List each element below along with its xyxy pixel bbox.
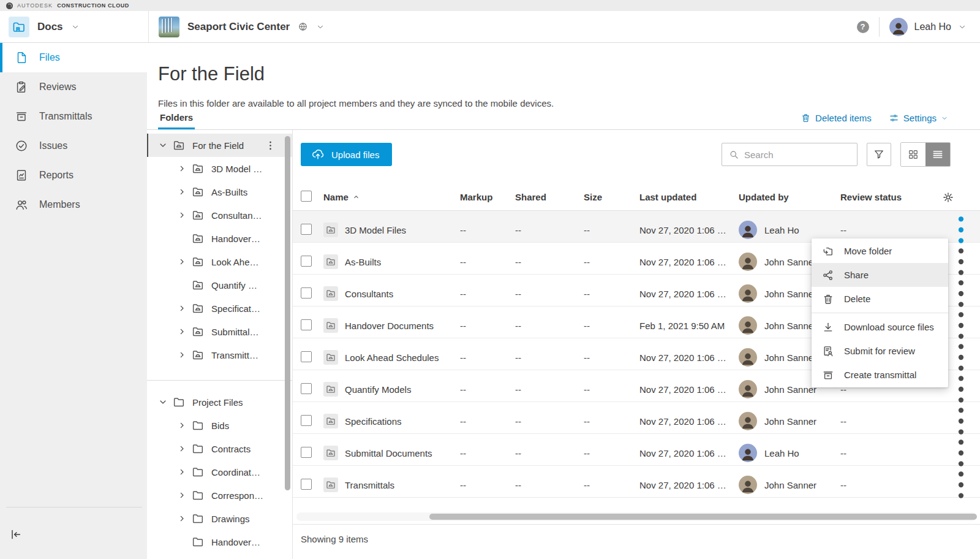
- chevron-right-icon[interactable]: [173, 207, 190, 224]
- chevron-right-icon[interactable]: [173, 346, 190, 363]
- column-settings-gear-icon[interactable]: [942, 191, 954, 203]
- chevron-right-icon[interactable]: [173, 253, 190, 270]
- tree-folder-look-ahe[interactable]: Look Ahe…: [147, 250, 292, 273]
- tree-folder-project-files[interactable]: Project Files: [147, 390, 292, 414]
- tree-folder-drawings[interactable]: Drawings: [147, 507, 292, 530]
- row-checkbox[interactable]: [301, 447, 312, 458]
- row-checkbox[interactable]: [301, 479, 312, 490]
- chevron-right-icon[interactable]: [173, 183, 190, 200]
- delete-icon: [822, 293, 834, 305]
- folder-kebab-icon[interactable]: [265, 140, 276, 151]
- horizontal-scrollbar-thumb[interactable]: [429, 514, 977, 520]
- tree-folder-quantify[interactable]: Quantify …: [147, 273, 292, 297]
- sidebar-item-transmittals[interactable]: Transmittals: [0, 102, 147, 131]
- chevron-down-icon[interactable]: [154, 394, 172, 411]
- table-row-submittal-documents[interactable]: Submittal Documents -- -- -- Nov 27, 202…: [293, 434, 980, 466]
- tree-folder-handover[interactable]: Handover…: [147, 227, 292, 250]
- tree-folder-coordinat[interactable]: Coordinat…: [147, 460, 292, 484]
- tab-row: Folders Deleted items Settings: [147, 113, 980, 130]
- row-actions-kebab-icon[interactable]: [942, 466, 980, 504]
- tree-folder-consultan[interactable]: Consultan…: [147, 203, 292, 227]
- column-header-markup[interactable]: Markup: [460, 192, 515, 202]
- tree-folder-as-builts[interactable]: As-Builts: [147, 180, 292, 203]
- tree-folder-submittal[interactable]: Submittal…: [147, 320, 292, 343]
- chevron-down-icon[interactable]: [154, 137, 172, 154]
- sidebar-item-members[interactable]: Members: [0, 190, 147, 219]
- upload-files-button[interactable]: Upload files: [301, 143, 392, 166]
- row-checkbox[interactable]: [301, 256, 312, 267]
- column-header-review-status[interactable]: Review status: [840, 192, 942, 202]
- menu-item-create-transmittal[interactable]: Create transmittal: [812, 363, 948, 387]
- tree-folder-3d-model[interactable]: 3D Model …: [147, 157, 292, 180]
- row-checkbox[interactable]: [301, 351, 312, 362]
- search-input[interactable]: [744, 150, 851, 160]
- file-name: Handover Documents: [345, 321, 434, 331]
- collapse-sidebar-button[interactable]: [9, 528, 23, 541]
- avatar: [739, 476, 757, 494]
- sidebar-item-issues[interactable]: Issues: [0, 131, 147, 161]
- horizontal-scrollbar[interactable]: [296, 512, 976, 521]
- row-checkbox[interactable]: [301, 319, 312, 330]
- deleted-items-button[interactable]: Deleted items: [801, 113, 872, 123]
- folder-field-icon: [190, 301, 205, 316]
- row-checkbox[interactable]: [301, 383, 312, 394]
- menu-item-submit-for-review[interactable]: Submit for review: [812, 339, 948, 363]
- chevron-right-icon[interactable]: [173, 463, 190, 481]
- tab-folders[interactable]: Folders: [158, 112, 195, 129]
- menu-item-share[interactable]: Share: [812, 263, 948, 287]
- menu-item-delete[interactable]: Delete: [812, 287, 948, 311]
- chevron-right-icon[interactable]: [173, 300, 190, 317]
- tree-folder-transmitt[interactable]: Transmitt…: [147, 343, 292, 367]
- folder-field-icon: [190, 278, 205, 292]
- row-checkbox[interactable]: [301, 224, 312, 235]
- list-view-button[interactable]: [925, 143, 950, 166]
- product-switcher[interactable]: Docs: [0, 11, 149, 42]
- filter-icon: [873, 148, 885, 161]
- project-selector[interactable]: Seaport Civic Center: [149, 17, 325, 37]
- row-checkbox[interactable]: [301, 287, 312, 299]
- download-icon: [822, 321, 834, 333]
- shared-value: --: [515, 416, 584, 427]
- chevron-right-icon[interactable]: [173, 160, 190, 177]
- chevron-right-icon[interactable]: [173, 323, 190, 340]
- updated-by-name: John Sanner: [764, 257, 816, 267]
- chevron-right-icon[interactable]: [173, 417, 190, 434]
- row-checkbox[interactable]: [301, 415, 312, 426]
- tree-folder-for-the-field[interactable]: For the Field: [147, 134, 292, 157]
- help-button[interactable]: ?: [857, 21, 869, 33]
- user-menu[interactable]: Leah Ho: [889, 18, 967, 36]
- grid-view-button[interactable]: [901, 143, 925, 166]
- chevron-right-icon[interactable]: [173, 510, 190, 527]
- product-label: Docs: [37, 21, 63, 33]
- project-name: Seaport Civic Center: [187, 21, 290, 33]
- tree-folder-specificat[interactable]: Specificat…: [147, 297, 292, 320]
- sidebar-item-files[interactable]: Files: [0, 43, 147, 72]
- table-row-transmittals[interactable]: Transmittals -- -- -- Nov 27, 2020 1:06 …: [293, 466, 980, 498]
- folder-context-menu: Move folder Share Delete Download source…: [812, 238, 948, 387]
- tree-folder-correspon[interactable]: Correspon…: [147, 484, 292, 507]
- tree-folder-label: Quantify …: [211, 280, 257, 291]
- select-all-checkbox[interactable]: [301, 191, 312, 202]
- column-header-updated-by[interactable]: Updated by: [739, 192, 840, 202]
- tree-folder-label: Look Ahe…: [211, 257, 259, 267]
- tree-folder-bids[interactable]: Bids: [147, 414, 292, 437]
- tree-scrollbar[interactable]: [285, 136, 290, 490]
- column-header-last-updated[interactable]: Last updated: [639, 192, 739, 202]
- column-header-name[interactable]: Name: [323, 192, 460, 202]
- menu-item-move-folder[interactable]: Move folder: [812, 239, 948, 263]
- column-header-shared[interactable]: Shared: [515, 192, 584, 202]
- tree-folder-label: Bids: [211, 420, 229, 431]
- chevron-right-icon[interactable]: [173, 440, 190, 457]
- menu-item-download-source-files[interactable]: Download source files: [812, 315, 948, 339]
- page-title: For the Field: [158, 63, 265, 85]
- column-header-size[interactable]: Size: [584, 192, 639, 202]
- tree-folder-handover[interactable]: Handover…: [147, 530, 292, 553]
- chevron-right-icon[interactable]: [173, 487, 190, 504]
- filter-button[interactable]: [867, 143, 891, 166]
- search-icon: [728, 149, 739, 160]
- settings-button[interactable]: Settings: [889, 113, 948, 123]
- sidebar-item-reports[interactable]: Reports: [0, 161, 147, 190]
- tree-folder-contracts[interactable]: Contracts: [147, 437, 292, 460]
- sidebar-item-reviews[interactable]: Reviews: [0, 72, 147, 102]
- table-row-specifications[interactable]: Specifications -- -- -- Nov 27, 2020 1:0…: [293, 402, 980, 434]
